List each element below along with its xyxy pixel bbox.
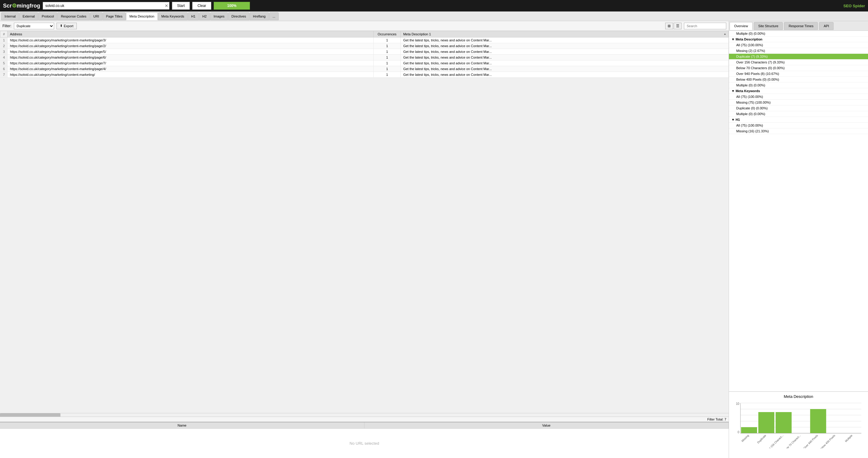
url-input[interactable] (42, 2, 169, 10)
tree-item[interactable]: Multiple (0) (0.00%) (729, 31, 868, 37)
sort-icon: + (724, 32, 726, 36)
tab-meta-keywords[interactable]: Meta Keywords (158, 12, 188, 20)
horizontal-scrollbar[interactable] (0, 413, 729, 417)
filter-label: Filter: (2, 24, 11, 28)
chart-svg-wrapper: 100MissingDuplicateOver 156 Charact...Be… (732, 400, 866, 456)
row-number: 4 (0, 55, 7, 60)
occurrences-cell: 1 (374, 37, 401, 43)
filter-select[interactable]: AllMissingDuplicateOver 156 CharactersBe… (14, 23, 54, 29)
meta-desc-cell: Get the latest tips, tricks, news and ad… (401, 60, 729, 66)
row-number: 7 (0, 72, 7, 78)
meta-desc-cell: Get the latest tips, tricks, news and ad… (401, 55, 729, 60)
filter-total: Filter Total: 7 (0, 417, 729, 422)
tree-item[interactable]: ▼ Meta Keywords (729, 88, 868, 94)
occurrences-cell: 1 (374, 49, 401, 55)
table-row[interactable]: 1 https://solvid.co.uk/category/marketin… (0, 37, 729, 43)
svg-text:Missing: Missing (741, 434, 749, 443)
tree-item[interactable]: Missing (16) (21.33%) (729, 128, 868, 134)
tab-meta-description[interactable]: Meta Description (126, 12, 158, 20)
right-content[interactable]: Multiple (0) (0.00%)▼ Meta DescriptionAl… (729, 31, 868, 392)
address-cell: https://solvid.co.uk/category/marketing/… (7, 43, 374, 49)
start-button[interactable]: Start (172, 2, 190, 10)
svg-text:Below 70 Charact...: Below 70 Charact... (782, 434, 802, 448)
no-url-message: No URL selected (0, 429, 729, 458)
logo: Scr⚙mingfrog (3, 2, 40, 9)
table-row[interactable]: 4 https://solvid.co.uk/category/marketin… (0, 55, 729, 60)
tab-hreflang[interactable]: Hreflang (250, 12, 269, 20)
table-body: 1 https://solvid.co.uk/category/marketin… (0, 37, 729, 78)
table-row[interactable]: 5 https://solvid.co.uk/category/marketin… (0, 60, 729, 66)
meta-desc-cell: Get the latest tips, tricks, news and ad… (401, 72, 729, 78)
export-button[interactable]: ⬆ Export (57, 23, 77, 29)
export-label: Export (64, 24, 73, 28)
export-icon: ⬆ (60, 24, 63, 28)
right-tab-response-times[interactable]: Response Times (784, 22, 818, 30)
tree-item[interactable]: Multiple (0) (0.00%) (729, 111, 868, 117)
list-view-button[interactable]: ☰ (674, 23, 682, 29)
row-number: 3 (0, 49, 7, 55)
progress-bar: 100% (214, 2, 250, 10)
svg-text:Over 156 Charact...: Over 156 Charact... (765, 434, 784, 448)
tab-external[interactable]: External (19, 12, 38, 20)
tree-item[interactable]: All (75) (100.00%) (729, 42, 868, 48)
row-num-header: # (0, 31, 7, 37)
tree-item[interactable]: Over 156 Characters (7) (9.33%) (729, 60, 868, 65)
tree-container: Multiple (0) (0.00%)▼ Meta DescriptionAl… (729, 31, 868, 134)
tab-images[interactable]: Images (210, 12, 228, 20)
url-clear-button[interactable]: ✕ (165, 3, 168, 8)
tree-item[interactable]: ▼ Meta Description (729, 37, 868, 42)
name-column-header: Name (0, 422, 365, 428)
svg-rect-16 (810, 409, 826, 433)
tree-item[interactable]: Missing (2) (2.67%) (729, 48, 868, 54)
logo-text: Scr⚙mingfrog (3, 2, 40, 9)
table-row[interactable]: 3 https://solvid.co.uk/category/marketin… (0, 49, 729, 55)
seo-spider-label: SEO Spider (843, 4, 865, 8)
right-tab-api[interactable]: API (819, 22, 834, 30)
tab-protocol[interactable]: Protocol (38, 12, 57, 20)
tab-page-titles[interactable]: Page Titles (103, 12, 126, 20)
tab-h1[interactable]: H1 (188, 12, 199, 20)
tree-item[interactable]: All (75) (100.00%) (729, 123, 868, 128)
occurrences-cell: 1 (374, 72, 401, 78)
right-tab-overview[interactable]: Overview (730, 22, 752, 30)
occurrences-cell: 1 (374, 43, 401, 49)
occurrences-cell: 1 (374, 66, 401, 72)
bottom-panel: Name Value No URL selected (0, 422, 729, 458)
tab-...[interactable]: ... (269, 12, 279, 20)
tree-item[interactable]: Over 940 Pixels (8) (10.67%) (729, 71, 868, 77)
tab-directives[interactable]: Directives (228, 12, 249, 20)
data-table: # Address Occurrences Meta Description 1… (0, 31, 729, 78)
clear-button[interactable]: Clear (192, 2, 211, 10)
table-row[interactable]: 7 https://solvid.co.uk/category/marketin… (0, 72, 729, 78)
svg-text:Over 940 Pixels: Over 940 Pixels (803, 434, 818, 448)
svg-text:Below 400 Pixels: Below 400 Pixels (819, 434, 836, 448)
table-row[interactable]: 2 https://solvid.co.uk/category/marketin… (0, 43, 729, 49)
tree-item[interactable]: All (75) (100.00%) (729, 94, 868, 100)
tab-bar: InternalExternalProtocolResponse CodesUR… (0, 11, 868, 21)
table-row[interactable]: 6 https://solvid.co.uk/category/marketin… (0, 66, 729, 72)
tab-h2[interactable]: H2 (199, 12, 210, 20)
tab-response-codes[interactable]: Response Codes (57, 12, 89, 20)
tree-item[interactable]: Multiple (0) (0.00%) (729, 83, 868, 88)
tree-item[interactable]: Below 70 Characters (0) (0.00%) (729, 65, 868, 71)
url-input-wrapper: ✕ (42, 2, 169, 10)
search-input[interactable] (684, 23, 726, 29)
svg-rect-10 (758, 412, 774, 433)
right-tab-site-structure[interactable]: Site Structure (754, 22, 783, 30)
value-column-header: Value (365, 422, 729, 428)
occurrences-cell: 1 (374, 60, 401, 66)
tree-item[interactable]: Duplicate (7) (9.33%) (729, 54, 868, 60)
tab-internal[interactable]: Internal (1, 12, 19, 20)
chart-area: Meta Description 100MissingDuplicateOver… (729, 392, 868, 458)
tree-item[interactable]: ▼ H1 (729, 117, 868, 123)
occurrences-cell: 1 (374, 55, 401, 60)
tree-item[interactable]: Below 400 Pixels (0) (0.00%) (729, 77, 868, 83)
meta-desc-header: Meta Description 1 + (401, 31, 729, 37)
data-table-wrapper[interactable]: # Address Occurrences Meta Description 1… (0, 31, 729, 413)
tree-item[interactable]: Duplicate (0) (0.00%) (729, 105, 868, 111)
tree-view-button[interactable]: ⊞ (665, 23, 673, 29)
svg-rect-8 (741, 427, 757, 433)
bottom-table-header: Name Value (0, 422, 729, 429)
tree-item[interactable]: Missing (75) (100.00%) (729, 100, 868, 105)
tab-uri[interactable]: URI (90, 12, 102, 20)
